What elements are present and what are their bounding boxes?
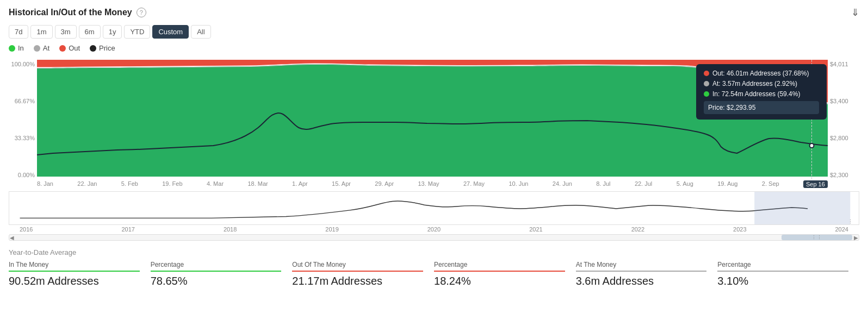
filter-3m[interactable]: 3m (55, 25, 77, 39)
x-label-aug5: 5. Aug (677, 180, 693, 188)
help-icon[interactable]: ? (137, 8, 146, 17)
ytd-in-underline (9, 271, 140, 272)
tooltip-out-text: Out: 46.01m Addresses (37.68%) (712, 70, 809, 77)
legend: In At Out Price (9, 44, 859, 52)
legend-out: Out (59, 44, 80, 52)
download-icon[interactable]: ⇓ (851, 7, 859, 18)
x-label-sep16-active: Sep 16 (803, 180, 828, 188)
tooltip-at-row: At: 3.57m Addresses (2.92%) (704, 80, 819, 87)
ytd-at-the-money-label: At The Money (576, 261, 707, 268)
ytd-out-pct-label: Percentage (434, 261, 565, 268)
tooltip-in-dot (704, 91, 709, 97)
y-right-label-2300: $2,300 (828, 172, 859, 178)
tooltip-out-dot (704, 71, 709, 76)
main-container: Historical In/Out of the Money ? ⇓ 7d 1m… (0, 0, 868, 332)
ytd-out-pct-underline (434, 271, 565, 272)
scroll-thumb[interactable]: ⋮⋮ (782, 235, 852, 240)
mini-x-labels: 2016 2017 2018 2019 2020 2021 2022 2023 … (20, 226, 848, 233)
legend-price: Price (90, 44, 115, 52)
x-label-jul8: 8. Jul (596, 180, 610, 188)
mini-x-2024: 2024 (835, 226, 848, 233)
ytd-col-in-pct: Percentage 78.65% (151, 261, 293, 287)
mini-chart-svg (9, 192, 859, 224)
y-axis-left: 100.00% 66.67% 33.33% 0.00% (9, 60, 37, 179)
ytd-section: Year-to-Date Average In The Money 90.52m… (9, 248, 859, 287)
tooltip-in-row: In: 72.54m Addresses (59.4%) (704, 90, 819, 98)
svg-point-2 (810, 143, 814, 148)
legend-at: At (34, 44, 49, 52)
legend-in-dot (9, 45, 15, 52)
ytd-col-out-pct: Percentage 18.24% (434, 261, 576, 287)
mini-chart: ⋮ (9, 191, 859, 225)
tooltip-at-text: At: 3.57m Addresses (2.92%) (712, 80, 797, 87)
mini-x-2022: 2022 (631, 226, 644, 233)
x-label-jan8: 8. Jan (37, 180, 53, 188)
y-right-label-2800: $2,800 (828, 135, 859, 141)
filter-6m[interactable]: 6m (79, 25, 101, 39)
x-label-jun24: 24. Jun (553, 180, 572, 188)
ytd-in-pct-underline (151, 271, 282, 272)
tooltip: Out: 46.01m Addresses (37.68%) At: 3.57m… (696, 64, 827, 120)
header: Historical In/Out of the Money ? ⇓ (9, 7, 859, 18)
scroll-left-arrow[interactable]: ◀ (9, 235, 15, 240)
mini-x-2023: 2023 (733, 226, 746, 233)
y-label-100: 100.00% (9, 61, 37, 67)
x-label-feb5: 5. Feb (121, 180, 138, 188)
header-left: Historical In/Out of the Money ? (9, 8, 146, 17)
mini-x-2016: 2016 (20, 226, 33, 233)
ytd-out-pct-value: 18.24% (434, 275, 565, 287)
ytd-out-value: 21.17m Addresses (292, 275, 423, 287)
y-right-label-4011: $4,011 (828, 61, 859, 67)
scroll-right-arrow[interactable]: ▶ (853, 235, 859, 240)
scrollbar[interactable]: ◀ ▶ ⋮⋮ (9, 234, 859, 241)
legend-out-dot (59, 45, 66, 52)
ytd-in-pct-label: Percentage (151, 261, 282, 268)
main-chart: Out: 46.01m Addresses (37.68%) At: 3.57m… (37, 60, 828, 179)
ytd-title: Year-to-Date Average (9, 248, 859, 256)
ytd-table: In The Money 90.52m Addresses Percentage… (9, 261, 859, 287)
filter-ytd[interactable]: YTD (124, 25, 150, 39)
ytd-out-underline (292, 271, 423, 272)
tooltip-out-row: Out: 46.01m Addresses (37.68%) (704, 70, 819, 77)
y-label-0: 0.00% (9, 172, 37, 178)
legend-at-dot (34, 45, 40, 52)
x-label-apr1: 1. Apr (292, 180, 308, 188)
tooltip-price-box: Price: $2,293.95 (704, 101, 819, 114)
tooltip-in-text: In: 72.54m Addresses (59.4%) (712, 90, 800, 98)
ytd-out-the-money-label: Out Of The Money (292, 261, 423, 268)
mini-x-2021: 2021 (529, 226, 542, 233)
svg-rect-6 (754, 192, 850, 224)
mini-x-2018: 2018 (224, 226, 237, 233)
legend-in-label: In (18, 44, 24, 52)
x-axis: 8. Jan 22. Jan 5. Feb 19. Feb 4. Mar 18.… (37, 180, 828, 188)
y-right-label-3400: $3,400 (828, 98, 859, 104)
mini-x-2019: 2019 (325, 226, 338, 233)
legend-price-label: Price (99, 44, 115, 52)
x-label-apr29: 29. Apr (375, 180, 394, 188)
x-label-mar4: 4. Mar (207, 180, 224, 188)
x-label-may13: 13. May (418, 180, 439, 188)
time-filter-bar: 7d 1m 3m 6m 1y YTD Custom All (9, 25, 859, 39)
x-label-sep2: 2. Sep (762, 180, 779, 188)
scroll-thumb-indicator: ⋮ (847, 220, 853, 224)
ytd-col-out-label: Out Of The Money 21.17m Addresses (292, 261, 434, 287)
mini-x-2017: 2017 (121, 226, 134, 233)
ytd-in-pct-value: 78.65% (151, 275, 282, 287)
ytd-at-pct-value: 3.10% (717, 275, 848, 287)
y-axis-right: $4,011 $3,400 $2,800 $2,300 (828, 60, 859, 179)
ytd-col-at-pct: Percentage 3.10% (717, 261, 859, 287)
ytd-col-in-label: In The Money 90.52m Addresses (9, 261, 151, 287)
filter-custom[interactable]: Custom (152, 25, 189, 39)
filter-1m[interactable]: 1m (30, 25, 52, 39)
filter-7d[interactable]: 7d (9, 25, 28, 39)
x-label-may27: 27. May (463, 180, 485, 188)
ytd-at-pct-underline (717, 271, 848, 272)
x-label-feb19: 19. Feb (162, 180, 182, 188)
filter-1y[interactable]: 1y (103, 25, 122, 39)
ytd-at-value: 3.6m Addresses (576, 275, 707, 287)
filter-all[interactable]: All (191, 25, 210, 39)
tooltip-at-dot (704, 81, 709, 86)
x-label-apr15: 15. Apr (332, 180, 351, 188)
x-label-jun10: 10. Jun (509, 180, 528, 188)
x-label-jan22: 22. Jan (77, 180, 97, 188)
